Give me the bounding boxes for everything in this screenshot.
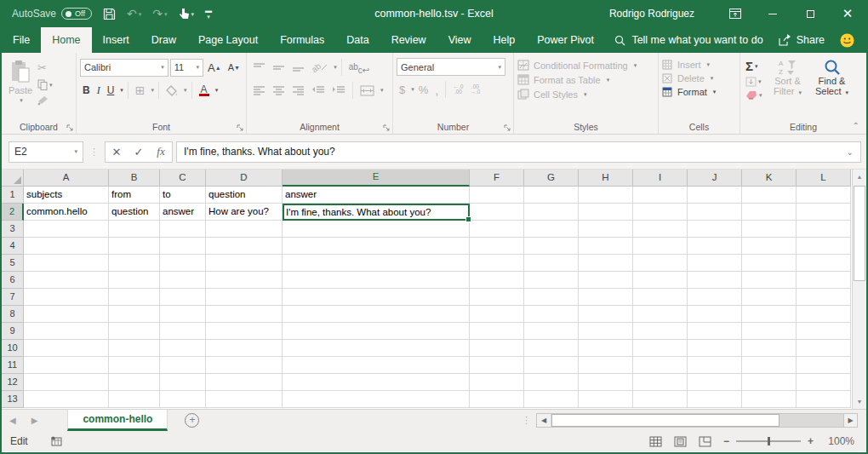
cell-J8[interactable] bbox=[688, 306, 742, 323]
expand-formula-bar-icon[interactable]: ⌄ bbox=[847, 147, 854, 157]
cell-E13[interactable] bbox=[283, 391, 470, 408]
cell-A9[interactable] bbox=[24, 323, 109, 340]
cell-F5[interactable] bbox=[470, 255, 524, 272]
cell-J9[interactable] bbox=[688, 323, 742, 340]
cell-D11[interactable] bbox=[206, 357, 283, 374]
cell-K9[interactable] bbox=[742, 323, 797, 340]
cell-J6[interactable] bbox=[688, 272, 742, 289]
cell-F10[interactable] bbox=[470, 340, 524, 357]
cell-J5[interactable] bbox=[688, 255, 742, 272]
cell-E1[interactable]: answer bbox=[283, 187, 470, 204]
cell-A5[interactable] bbox=[24, 255, 109, 272]
cell-G5[interactable] bbox=[524, 255, 579, 272]
scroll-up-icon[interactable]: ▲ bbox=[853, 170, 866, 184]
cell-I4[interactable] bbox=[633, 238, 688, 255]
cell-E7[interactable] bbox=[283, 289, 470, 306]
cell-B6[interactable] bbox=[109, 272, 160, 289]
row-header-2[interactable]: 2 bbox=[2, 204, 24, 221]
cell-L5[interactable] bbox=[797, 255, 851, 272]
cell-A8[interactable] bbox=[24, 306, 109, 323]
cell-J2[interactable] bbox=[688, 204, 742, 221]
row-header-4[interactable]: 4 bbox=[2, 238, 24, 255]
format-cells-button[interactable]: Format▾ bbox=[662, 87, 716, 97]
normal-view-icon[interactable] bbox=[649, 436, 662, 447]
cell-J1[interactable] bbox=[688, 187, 742, 204]
cell-H2[interactable] bbox=[579, 204, 633, 221]
cell-C10[interactable] bbox=[160, 340, 206, 357]
column-header-G[interactable]: G bbox=[524, 170, 579, 187]
confirm-entry-icon[interactable]: ✓ bbox=[128, 146, 150, 158]
cell-C13[interactable] bbox=[160, 391, 206, 408]
cell-I2[interactable] bbox=[633, 204, 688, 221]
cell-I6[interactable] bbox=[633, 272, 688, 289]
cell-B13[interactable] bbox=[109, 391, 160, 408]
insert-function-icon[interactable]: fx bbox=[150, 145, 172, 158]
cancel-entry-icon[interactable]: ✕ bbox=[106, 146, 128, 158]
decrease-indent-icon[interactable] bbox=[309, 81, 328, 100]
number-format-combo[interactable]: General▾ bbox=[397, 58, 505, 76]
cell-styles-button[interactable]: Cell Styles▾ bbox=[517, 89, 637, 100]
currency-format-icon[interactable]: $ bbox=[397, 80, 408, 99]
comma-format-icon[interactable]: , bbox=[432, 80, 441, 99]
cell-C6[interactable] bbox=[160, 272, 206, 289]
user-name[interactable]: Rodrigo Rodriguez bbox=[609, 8, 694, 20]
align-left-icon[interactable] bbox=[250, 81, 268, 100]
sort-filter-button[interactable]: AZ Sort &Filter ▾ bbox=[766, 56, 810, 120]
cell-H8[interactable] bbox=[579, 306, 633, 323]
cell-I1[interactable] bbox=[633, 187, 688, 204]
top-align-icon[interactable] bbox=[250, 58, 268, 77]
cell-A1[interactable]: subjects bbox=[24, 187, 109, 204]
cell-L9[interactable] bbox=[797, 323, 851, 340]
cell-A4[interactable] bbox=[24, 238, 109, 255]
fill-color-icon[interactable] bbox=[163, 81, 180, 100]
tab-formulas[interactable]: Formulas bbox=[269, 27, 335, 53]
cell-H7[interactable] bbox=[579, 289, 633, 306]
customize-quick-access-toolbar-icon[interactable]: ▬▾ bbox=[205, 9, 212, 19]
cell-H5[interactable] bbox=[579, 255, 633, 272]
bottom-align-icon[interactable] bbox=[289, 58, 307, 77]
borders-icon[interactable]: ⊞ bbox=[133, 81, 148, 100]
tab-home[interactable]: Home bbox=[41, 27, 91, 53]
cell-I12[interactable] bbox=[633, 374, 688, 391]
cell-G8[interactable] bbox=[524, 306, 579, 323]
vertical-scrollbar[interactable]: ▲ ▼ bbox=[852, 170, 866, 409]
cell-L4[interactable] bbox=[797, 238, 851, 255]
increase-decimal-icon[interactable]: ←.0.00 bbox=[450, 80, 465, 99]
column-header-F[interactable]: F bbox=[470, 170, 524, 187]
cell-I9[interactable] bbox=[633, 323, 688, 340]
tab-data[interactable]: Data bbox=[335, 27, 380, 53]
cell-F11[interactable] bbox=[470, 357, 524, 374]
cell-L3[interactable] bbox=[797, 221, 851, 238]
new-sheet-icon[interactable]: + bbox=[185, 413, 199, 428]
clipboard-dialog-launcher-icon[interactable] bbox=[66, 124, 73, 131]
cell-L2[interactable] bbox=[797, 204, 851, 221]
column-header-K[interactable]: K bbox=[742, 170, 797, 187]
zoom-slider-handle[interactable] bbox=[768, 437, 770, 445]
cell-G2[interactable] bbox=[524, 204, 579, 221]
cell-K11[interactable] bbox=[742, 357, 797, 374]
cell-G12[interactable] bbox=[524, 374, 579, 391]
conditional-formatting-button[interactable]: Conditional Formatting▾ bbox=[517, 60, 637, 71]
cell-K3[interactable] bbox=[742, 221, 797, 238]
increase-font-size-icon[interactable]: A▲ bbox=[205, 58, 224, 77]
cell-J4[interactable] bbox=[688, 238, 742, 255]
cell-I5[interactable] bbox=[633, 255, 688, 272]
cell-B9[interactable] bbox=[109, 323, 160, 340]
cell-B3[interactable] bbox=[109, 221, 160, 238]
cell-F12[interactable] bbox=[470, 374, 524, 391]
cell-H6[interactable] bbox=[579, 272, 633, 289]
column-header-I[interactable]: I bbox=[633, 170, 688, 187]
cell-A10[interactable] bbox=[24, 340, 109, 357]
row-header-10[interactable]: 10 bbox=[2, 340, 24, 357]
cell-B10[interactable] bbox=[109, 340, 160, 357]
maximize-button[interactable] bbox=[791, 0, 829, 27]
cell-D6[interactable] bbox=[206, 272, 283, 289]
italic-button[interactable]: I bbox=[94, 81, 103, 100]
cell-L11[interactable] bbox=[797, 357, 851, 374]
cell-I8[interactable] bbox=[633, 306, 688, 323]
cell-G3[interactable] bbox=[524, 221, 579, 238]
row-header-5[interactable]: 5 bbox=[2, 255, 24, 272]
cell-C5[interactable] bbox=[160, 255, 206, 272]
cell-D12[interactable] bbox=[206, 374, 283, 391]
cell-C7[interactable] bbox=[160, 289, 206, 306]
